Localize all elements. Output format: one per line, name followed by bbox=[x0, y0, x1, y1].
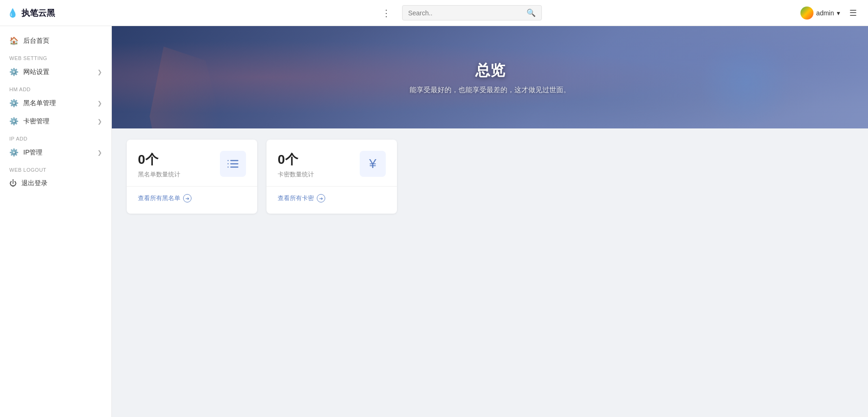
search-button[interactable]: 🔍 bbox=[526, 8, 536, 17]
chevron-right-icon-blacklist: ❯ bbox=[97, 100, 102, 107]
chevron-right-icon-cardcode: ❯ bbox=[97, 118, 102, 125]
sidebar-item-ip-manage[interactable]: ⚙️ IP管理 ❯ bbox=[0, 143, 111, 161]
hero-banner: 总览 能享受最好的，也能享受最差的，这才做见过世面。 bbox=[112, 26, 868, 128]
section-label-web-logout: WEB LOGOUT bbox=[0, 161, 111, 175]
logo-text: 执笔云黑 bbox=[21, 7, 55, 19]
sidebar-label-cardcode: 卡密管理 bbox=[23, 117, 93, 126]
stat-link-cardcode[interactable]: 查看所有卡密 ➔ bbox=[278, 194, 386, 202]
user-dropdown-icon: ▾ bbox=[837, 9, 840, 17]
stat-divider-cardcode bbox=[267, 186, 397, 187]
stat-card-inner-blacklist: 0个 黑名单数量统计 bbox=[138, 151, 246, 179]
gear-icon-blacklist: ⚙️ bbox=[9, 99, 19, 108]
stat-info-blacklist: 0个 黑名单数量统计 bbox=[138, 151, 180, 179]
stat-link-text-cardcode: 查看所有卡密 bbox=[278, 194, 314, 202]
sidebar-item-web-settings[interactable]: ⚙️ 网站设置 ❯ bbox=[0, 63, 111, 81]
sidebar: 🏠 后台首页 WEB SETTING ⚙️ 网站设置 ❯ HM ADD ⚙️ 黑… bbox=[0, 26, 112, 417]
sidebar-label-dashboard: 后台首页 bbox=[23, 37, 102, 45]
hero-subtitle: 能享受最好的，也能享受最差的，这才做见过世面。 bbox=[410, 86, 570, 94]
section-label-web-setting: WEB SETTING bbox=[0, 50, 111, 63]
stat-card-cardcode: 0个 卡密数量统计 ¥ 查看所有卡密 ➔ bbox=[267, 140, 397, 214]
stat-info-cardcode: 0个 卡密数量统计 bbox=[278, 151, 314, 179]
stat-link-arrow-cardcode: ➔ bbox=[317, 194, 325, 202]
user-avatar bbox=[800, 7, 813, 20]
stat-count-cardcode: 0个 bbox=[278, 151, 314, 168]
search-input[interactable] bbox=[408, 9, 526, 17]
content-area: 总览 能享受最好的，也能享受最差的，这才做见过世面。 0个 黑名单数量统计 bbox=[112, 26, 868, 417]
search-box: 🔍 bbox=[402, 5, 542, 20]
gear-icon-cardcode: ⚙️ bbox=[9, 117, 19, 126]
sidebar-label-ip-manage: IP管理 bbox=[23, 148, 93, 157]
stat-card-inner-cardcode: 0个 卡密数量统计 ¥ bbox=[278, 151, 386, 179]
hamburger-button[interactable]: ☰ bbox=[846, 6, 861, 20]
stat-link-arrow-blacklist: ➔ bbox=[183, 194, 191, 202]
stat-icon-cardcode: ¥ bbox=[360, 151, 386, 177]
stat-label-blacklist: 黑名单数量统计 bbox=[138, 170, 180, 179]
top-header: 💧 执笔云黑 ⋮ 🔍 admin ▾ ☰ bbox=[0, 0, 868, 26]
sidebar-item-cardcode[interactable]: ⚙️ 卡密管理 ❯ bbox=[0, 112, 111, 130]
section-label-hm-add: HM ADD bbox=[0, 81, 111, 94]
dots-menu-button[interactable]: ⋮ bbox=[378, 6, 395, 20]
gear-icon-web: ⚙️ bbox=[9, 67, 19, 76]
stat-icon-blacklist bbox=[220, 151, 246, 177]
chevron-right-icon-ip: ❯ bbox=[97, 149, 102, 156]
sidebar-item-blacklist[interactable]: ⚙️ 黑名单管理 ❯ bbox=[0, 94, 111, 112]
home-icon: 🏠 bbox=[9, 36, 19, 45]
stat-label-cardcode: 卡密数量统计 bbox=[278, 170, 314, 179]
logo-area: 💧 执笔云黑 bbox=[7, 7, 119, 19]
chevron-right-icon-web: ❯ bbox=[97, 69, 102, 75]
sidebar-label-web-settings: 网站设置 bbox=[23, 68, 93, 76]
gear-icon-ip: ⚙️ bbox=[9, 148, 19, 157]
user-menu[interactable]: admin ▾ bbox=[800, 7, 840, 20]
sidebar-item-dashboard[interactable]: 🏠 后台首页 bbox=[0, 32, 111, 50]
logo-icon: 💧 bbox=[7, 8, 18, 18]
sidebar-label-logout: 退出登录 bbox=[21, 179, 102, 188]
yen-icon: ¥ bbox=[369, 156, 376, 171]
section-label-ip-add: IP ADD bbox=[0, 130, 111, 143]
user-name: admin bbox=[816, 9, 834, 17]
stat-link-text-blacklist: 查看所有黑名单 bbox=[138, 194, 180, 202]
main-layout: 🏠 后台首页 WEB SETTING ⚙️ 网站设置 ❯ HM ADD ⚙️ 黑… bbox=[0, 26, 868, 417]
stat-divider-blacklist bbox=[127, 186, 257, 187]
list-icon bbox=[226, 157, 239, 170]
stat-link-blacklist[interactable]: 查看所有黑名单 ➔ bbox=[138, 194, 246, 202]
hero-title: 总览 bbox=[475, 61, 505, 81]
sidebar-item-logout[interactable]: ⏻ 退出登录 bbox=[0, 175, 111, 192]
stat-card-blacklist: 0个 黑名单数量统计 bbox=[127, 140, 257, 214]
header-center: ⋮ 🔍 bbox=[119, 5, 800, 20]
sidebar-label-blacklist: 黑名单管理 bbox=[23, 99, 93, 108]
power-icon: ⏻ bbox=[9, 179, 17, 188]
header-right: admin ▾ ☰ bbox=[800, 6, 861, 20]
stats-section: 0个 黑名单数量统计 bbox=[112, 128, 868, 225]
stat-count-blacklist: 0个 bbox=[138, 151, 180, 168]
